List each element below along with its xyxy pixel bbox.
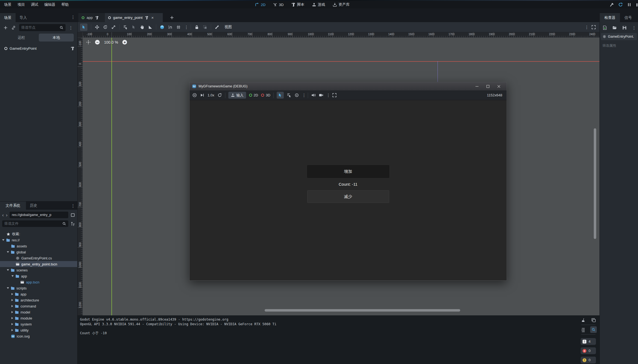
list-select-icon[interactable]: [123, 25, 128, 29]
dock-tab-inspector[interactable]: 检查器: [600, 13, 620, 22]
selection-target-icon[interactable]: [294, 93, 299, 97]
menu-help[interactable]: 帮助: [58, 1, 72, 8]
minimize-button[interactable]: [471, 82, 482, 90]
grid-snap-icon[interactable]: [176, 25, 181, 29]
move-pivot-icon[interactable]: [131, 25, 136, 29]
scene-tab-game-entry-point[interactable]: game_entry_point ×: [105, 13, 163, 22]
workspace-2d[interactable]: 2D: [255, 2, 265, 7]
sort-files-icon[interactable]: [70, 221, 75, 226]
output-divider[interactable]: [77, 315, 600, 316]
file-tree-row-module[interactable]: module: [0, 315, 77, 321]
expand-arrow-icon[interactable]: [11, 299, 13, 301]
suspend-icon[interactable]: [192, 93, 197, 97]
file-tree-row-assets[interactable]: assets: [0, 243, 77, 249]
file-tree-row--[interactable]: 收藏:: [0, 231, 77, 237]
increase-button[interactable]: 增加: [307, 165, 389, 178]
scale-tool-icon[interactable]: [111, 25, 116, 29]
right-dock-divider[interactable]: [599, 22, 600, 364]
filter-nodes-input[interactable]: 筛选节点: [19, 24, 66, 31]
add-scene-tab-button[interactable]: [167, 13, 176, 22]
expand-arrow-icon[interactable]: [11, 275, 14, 277]
expand-arrow-icon[interactable]: [11, 329, 13, 331]
expand-arrow-icon[interactable]: [11, 323, 13, 325]
script-icon[interactable]: [145, 16, 149, 20]
file-tree-row-res-[interactable]: res://: [0, 237, 77, 243]
input-toggle-button[interactable]: 输入: [228, 92, 246, 99]
file-tree-row-scenes[interactable]: scenes: [0, 267, 77, 273]
maximize-button[interactable]: [482, 82, 493, 90]
instance-scene-icon[interactable]: [11, 25, 16, 30]
next-frame-icon[interactable]: [200, 93, 205, 97]
menu-editor[interactable]: 编辑器: [41, 1, 58, 8]
workspace-3d[interactable]: 3D: [273, 2, 283, 7]
file-tree-row-icon.svg[interactable]: icon.svg: [0, 333, 77, 339]
lock-node-icon[interactable]: [194, 25, 199, 29]
file-tree-row-scripts[interactable]: scripts: [0, 285, 77, 291]
scene-dock-menu-icon[interactable]: ⋮: [71, 15, 74, 19]
ruler-tool-icon[interactable]: [148, 25, 152, 29]
time-scale-label[interactable]: 1.0x: [208, 93, 214, 97]
zoom-out-button[interactable]: −: [95, 40, 100, 45]
expand-arrow-icon[interactable]: [7, 269, 9, 271]
move-tool-icon[interactable]: [95, 25, 99, 29]
script-icon[interactable]: [95, 16, 99, 20]
camera-override-icon[interactable]: [319, 93, 323, 97]
menu-debug[interactable]: 调试: [28, 1, 41, 8]
expand-arrow-icon[interactable]: [2, 239, 4, 241]
pause-icon[interactable]: [627, 2, 632, 7]
left-dock-divider[interactable]: [77, 22, 78, 364]
current-path[interactable]: res://global/game_entry_p: [10, 212, 68, 218]
add-node-icon[interactable]: [3, 25, 8, 30]
vertical-scrollbar[interactable]: [594, 128, 596, 239]
file-tree-row-game-entry-point.tscn[interactable]: game_entry_point.tscn: [0, 261, 77, 267]
workspace-assetlib[interactable]: 资产库: [333, 2, 350, 7]
load-resource-icon[interactable]: [612, 25, 617, 30]
filter-files-input[interactable]: 筛选文件: [2, 220, 68, 227]
horizontal-scrollbar[interactable]: [265, 309, 460, 312]
expand-viewport-icon[interactable]: [591, 25, 596, 29]
file-tree-row-gameentrypoint.cs[interactable]: GameEntryPoint.cs: [0, 255, 77, 261]
group-node-icon[interactable]: [203, 25, 207, 29]
file-tree-row-global[interactable]: global: [0, 249, 77, 255]
close-tab-icon[interactable]: ×: [151, 15, 154, 20]
embed-fullscreen-icon[interactable]: [332, 93, 337, 97]
menu-scene[interactable]: 场景: [1, 1, 14, 8]
file-tree-row-architecture[interactable]: architecture: [0, 297, 77, 303]
filesystem-menu-icon[interactable]: ⋮: [71, 204, 74, 208]
skeleton-options-icon[interactable]: [215, 25, 219, 29]
game-window-titlebar[interactable]: MyGFrameworkGame (DEBUG): [190, 82, 507, 90]
pan-tool-icon[interactable]: [140, 25, 144, 29]
dock-tab-scene[interactable]: 场景: [0, 13, 16, 22]
file-tree-row-app[interactable]: app: [0, 273, 77, 279]
2d-canvas[interactable]: − 100.0 % + MyGFrameworkGame (DEBUG): [83, 38, 600, 315]
save-resource-icon[interactable]: [622, 25, 627, 30]
file-tree-row-app.tscn[interactable]: app.tscn: [0, 279, 77, 285]
decrease-button[interactable]: 减少: [307, 190, 389, 203]
snap-options-menu-icon[interactable]: ⋮: [184, 25, 187, 29]
scene-fs-divider[interactable]: [0, 201, 77, 202]
file-tree-row-command[interactable]: command: [0, 303, 77, 309]
local-button[interactable]: 本地: [39, 34, 74, 42]
collapse-duplicates-button[interactable]: [580, 326, 586, 333]
messages-counter[interactable]: ! 4: [581, 338, 596, 345]
dock-tab-signals[interactable]: 信号: [620, 13, 636, 22]
new-resource-icon[interactable]: [602, 25, 607, 30]
close-button[interactable]: [493, 82, 504, 90]
warnings-counter[interactable]: ! 0: [581, 357, 596, 363]
smart-snap-icon[interactable]: [160, 25, 164, 29]
file-tree-row-utility[interactable]: utility: [0, 327, 77, 333]
toggle-split-mode-icon[interactable]: [70, 213, 75, 217]
edited-object-row[interactable]: GameEntryPoint.: [601, 33, 637, 40]
debug-3d-button[interactable]: 3D: [261, 93, 270, 97]
use-snap-icon[interactable]: [168, 25, 173, 29]
clear-output-button[interactable]: [580, 317, 586, 323]
view-menu[interactable]: 视图: [223, 25, 234, 29]
expand-arrow-icon[interactable]: [11, 293, 13, 295]
list-select-icon[interactable]: [287, 93, 291, 97]
scene-tree-row-game-entry-point[interactable]: GameEntryPoint: [2, 45, 76, 52]
dock-tab-import[interactable]: 导入: [16, 13, 31, 22]
expand-arrow-icon[interactable]: [11, 305, 13, 307]
file-tree-row-app[interactable]: app: [0, 291, 77, 297]
reset-speed-icon[interactable]: [217, 93, 222, 97]
inspector-menu-icon[interactable]: ⋮: [632, 26, 635, 30]
